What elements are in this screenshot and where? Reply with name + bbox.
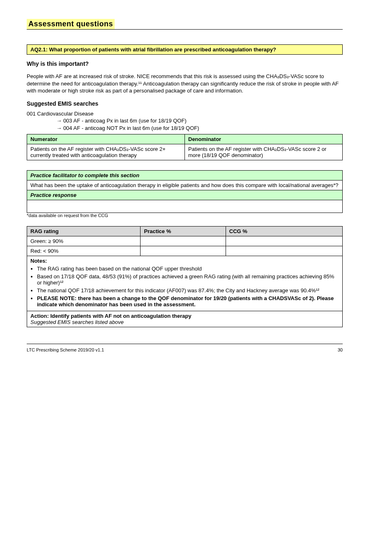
rag-head-practice: Practice % (141, 227, 226, 236)
notes-label: Notes: (30, 258, 47, 264)
footer-left: LTC Prescribing Scheme 2019/20 v1.1 (27, 347, 104, 352)
table-row: Red: < 90% (27, 246, 343, 256)
assessment-question-box: AQ2.1: What proportion of patients with … (27, 44, 343, 55)
search-item-b: 004 AF - anticoag NOT Px in last 6m (use… (63, 125, 199, 131)
footer-right: 30 (338, 347, 343, 352)
search-item-a: 003 AF - anticoag Px in last 6m (use for… (63, 118, 187, 124)
facilitator-head: Practice facilitator to complete this se… (30, 172, 139, 178)
rag-green-ccg (226, 236, 342, 246)
practice-response-cell (27, 200, 343, 213)
notes-item: The RAG rating has been based on the nat… (37, 266, 339, 272)
tbl1-numerator-cell: Patients on the AF register with CHA₂DS₂… (27, 144, 185, 160)
numerator-denominator-table: Numerator Denominator Patients on the AF… (27, 134, 343, 160)
search-prefix: 001 Cardiovascular Disease (27, 111, 94, 117)
rag-table: RAG rating Practice % CCG % Green: ≥ 90%… (27, 226, 343, 327)
page-title: Assessment questions (27, 19, 115, 29)
notes-list: The RAG rating has been based on the nat… (30, 266, 339, 308)
title-underline (27, 29, 343, 30)
facilitator-question: What has been the uptake of anticoagulat… (27, 180, 343, 190)
facilitator-table: Practice facilitator to complete this se… (27, 170, 343, 213)
practice-response-head: Practice response (30, 192, 76, 198)
arrow-right-icon: → (56, 118, 62, 124)
rag-head-ccg: CCG % (226, 227, 342, 236)
notes-row: Notes: The RAG rating has been based on … (27, 256, 343, 311)
tbl1-head-numerator: Numerator (30, 136, 58, 142)
page: Assessment questions AQ2.1: What proport… (0, 0, 392, 555)
rag-green-label: Green: ≥ 90% (27, 236, 141, 246)
tbl1-denominator-cell: Patients on the AF register with CHA₂DS₂… (185, 144, 343, 160)
search-heading: Suggested EMIS searches (27, 100, 343, 107)
table-row: Green: ≥ 90% (27, 236, 343, 246)
why-heading: Why is this important? (27, 60, 343, 67)
rag-red-label: Red: < 90% (27, 246, 141, 256)
action-row: Action: Identify patients with AF not on… (27, 311, 343, 327)
rag-green-practice (141, 236, 226, 246)
rag-red-ccg (226, 246, 342, 256)
action-note: Suggested EMIS searches listed above (30, 319, 124, 325)
footnote-star: *data available on request from the CCG (27, 213, 343, 218)
action-label: Action: Identify patients with AF not on… (30, 313, 191, 319)
page-footer: LTC Prescribing Scheme 2019/20 v1.1 30 (27, 347, 343, 352)
search-steps: 001 Cardiovascular Disease → 003 AF - an… (27, 110, 343, 132)
arrow-right-icon: → (56, 125, 62, 131)
footer-rule (27, 344, 343, 344)
why-paragraph: People with AF are at increased risk of … (27, 73, 343, 95)
notes-item: PLEASE NOTE: there has been a change to … (37, 295, 339, 308)
title-highlight: Assessment questions (27, 19, 343, 29)
notes-item: The national QOF 17/18 achievement for t… (37, 287, 339, 294)
rag-red-practice (141, 246, 226, 256)
notes-item: Based on 17/18 QOF data, 48/53 (91%) of … (37, 273, 339, 286)
rag-head-rating: RAG rating (27, 227, 141, 236)
tbl1-head-denominator: Denominator (188, 136, 221, 142)
